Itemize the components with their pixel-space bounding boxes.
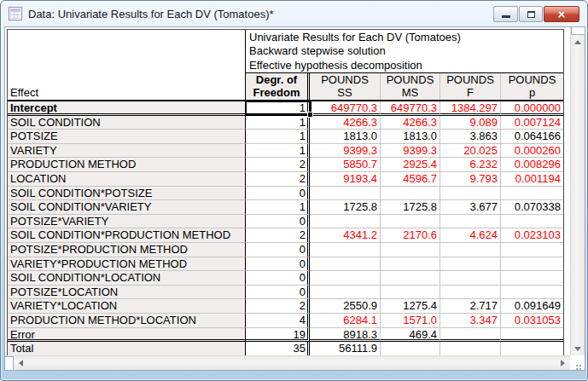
ss-cell[interactable] bbox=[310, 187, 381, 201]
effect-cell[interactable]: PRODUCTION METHOD*LOCATION bbox=[8, 314, 246, 328]
column-header-pounds-p[interactable]: POUNDS p bbox=[501, 73, 563, 100]
column-header-pounds-f[interactable]: POUNDS F bbox=[440, 73, 501, 100]
effect-cell[interactable]: POTSIZE bbox=[8, 130, 246, 144]
f-cell[interactable]: 4.624 bbox=[440, 228, 501, 243]
f-cell[interactable] bbox=[440, 271, 501, 286]
effect-cell[interactable]: POTSIZE*VARIETY bbox=[8, 215, 246, 229]
df-cell[interactable]: 1 bbox=[246, 144, 310, 159]
ms-cell[interactable]: 2170.6 bbox=[381, 228, 440, 243]
ss-cell[interactable]: 1813.0 bbox=[310, 130, 381, 144]
df-cell[interactable]: 2 bbox=[246, 172, 310, 187]
df-cell[interactable]: 19 bbox=[246, 328, 310, 343]
resize-grip[interactable] bbox=[570, 355, 584, 369]
effect-cell[interactable]: SOIL CONDITION*VARIETY bbox=[8, 200, 246, 215]
effect-cell[interactable]: SOIL CONDITION*PRODUCTION METHOD bbox=[8, 228, 246, 243]
f-cell[interactable]: 3.677 bbox=[440, 200, 501, 215]
ss-cell[interactable]: 2550.9 bbox=[310, 299, 381, 314]
ms-cell[interactable]: 1275.4 bbox=[381, 299, 440, 314]
f-cell[interactable] bbox=[440, 215, 501, 229]
f-cell[interactable]: 6.232 bbox=[440, 158, 501, 172]
restore-button[interactable] bbox=[519, 6, 543, 22]
f-cell[interactable] bbox=[440, 257, 501, 272]
f-cell[interactable] bbox=[440, 342, 501, 356]
df-cell[interactable]: 35 bbox=[246, 342, 310, 356]
ss-cell[interactable] bbox=[310, 243, 381, 257]
p-cell[interactable]: 0.031053 bbox=[501, 314, 563, 328]
p-cell[interactable]: 0.000260 bbox=[501, 144, 563, 159]
minimize-button[interactable] bbox=[493, 6, 518, 22]
f-cell[interactable]: 9.089 bbox=[440, 116, 501, 130]
df-cell[interactable]: 4 bbox=[246, 314, 310, 328]
df-cell[interactable]: 0 bbox=[246, 271, 310, 286]
column-header-degrees-of-freedom[interactable]: Degr. of Freedom bbox=[246, 73, 310, 100]
df-cell[interactable]: 1 bbox=[246, 116, 310, 130]
scroll-down-button[interactable] bbox=[571, 342, 585, 355]
effect-cell[interactable]: SOIL CONDITION*POTSIZE bbox=[8, 187, 246, 201]
ms-cell[interactable]: 4266.3 bbox=[381, 116, 440, 130]
p-cell[interactable] bbox=[501, 215, 563, 229]
f-cell[interactable] bbox=[440, 187, 501, 201]
effect-cell[interactable]: PRODUCTION METHOD bbox=[8, 158, 246, 172]
df-cell[interactable]: 2 bbox=[246, 299, 310, 314]
f-cell[interactable] bbox=[440, 328, 501, 343]
column-header-pounds-ms[interactable]: POUNDS MS bbox=[381, 73, 440, 100]
f-cell[interactable]: 20.025 bbox=[440, 144, 501, 159]
effect-cell[interactable]: POTSIZE*LOCATION bbox=[8, 286, 246, 300]
effect-cell[interactable]: VARIETY bbox=[8, 144, 246, 159]
ss-cell[interactable]: 8918.3 bbox=[310, 328, 381, 343]
f-cell[interactable]: 3.863 bbox=[440, 130, 501, 144]
ms-cell[interactable]: 9399.3 bbox=[381, 144, 440, 159]
f-cell[interactable]: 9.793 bbox=[440, 172, 501, 187]
ms-cell[interactable]: 649770.3 bbox=[381, 101, 440, 116]
ms-cell[interactable]: 1571.0 bbox=[381, 314, 440, 328]
ss-cell[interactable] bbox=[310, 286, 381, 300]
p-cell[interactable]: 0.007124 bbox=[501, 116, 563, 130]
vertical-split-box[interactable] bbox=[571, 27, 585, 35]
ms-cell[interactable]: 1813.0 bbox=[381, 130, 440, 144]
f-cell[interactable]: 1384.297 bbox=[440, 101, 501, 116]
ss-cell[interactable]: 9399.3 bbox=[310, 144, 381, 159]
p-cell[interactable]: 0.070338 bbox=[501, 200, 563, 215]
horizontal-split-box[interactable] bbox=[5, 356, 14, 371]
ss-cell[interactable]: 56111.9 bbox=[310, 342, 381, 356]
p-cell[interactable] bbox=[501, 187, 563, 201]
ss-cell[interactable]: 6284.1 bbox=[310, 314, 381, 328]
scroll-right-button[interactable] bbox=[556, 356, 570, 370]
ss-cell[interactable]: 4341.2 bbox=[310, 228, 381, 243]
effect-cell[interactable]: POTSIZE*PRODUCTION METHOD bbox=[8, 243, 246, 257]
f-cell[interactable]: 2.717 bbox=[440, 299, 501, 314]
p-cell[interactable]: 0.008296 bbox=[501, 158, 563, 172]
df-cell[interactable]: 2 bbox=[246, 158, 310, 172]
ss-cell[interactable]: 5850.7 bbox=[310, 158, 381, 172]
p-cell[interactable]: 0.001194 bbox=[501, 172, 563, 187]
df-cell[interactable]: 1 bbox=[246, 130, 310, 144]
ms-cell[interactable] bbox=[381, 286, 440, 300]
effect-cell[interactable]: VARIETY*PRODUCTION METHOD bbox=[8, 257, 246, 272]
p-cell[interactable]: 0.064166 bbox=[501, 130, 563, 144]
effect-cell[interactable]: Intercept bbox=[8, 101, 246, 116]
p-cell[interactable]: 0.000000 bbox=[501, 101, 563, 116]
df-cell[interactable]: 0 bbox=[246, 215, 310, 229]
ss-cell[interactable]: 649770.3 bbox=[310, 101, 381, 116]
ms-cell[interactable] bbox=[381, 342, 440, 356]
p-cell[interactable] bbox=[501, 243, 563, 257]
ms-cell[interactable] bbox=[381, 243, 440, 257]
p-cell[interactable] bbox=[501, 286, 563, 300]
titlebar[interactable]: Data: Univariate Results for Each DV (To… bbox=[1, 1, 587, 26]
scroll-up-button[interactable] bbox=[571, 35, 585, 49]
ms-cell[interactable] bbox=[381, 187, 440, 201]
p-cell[interactable] bbox=[501, 271, 563, 286]
p-cell[interactable]: 0.091649 bbox=[501, 299, 563, 314]
ms-cell[interactable] bbox=[381, 271, 440, 286]
effect-cell[interactable]: VARIETY*LOCATION bbox=[8, 299, 246, 314]
f-cell[interactable] bbox=[440, 286, 501, 300]
ss-cell[interactable]: 1725.8 bbox=[310, 200, 381, 215]
ms-cell[interactable] bbox=[381, 257, 440, 272]
ms-cell[interactable]: 4596.7 bbox=[381, 172, 440, 187]
df-cell[interactable]: 2 bbox=[246, 228, 310, 243]
effect-cell[interactable]: Total bbox=[8, 342, 246, 356]
f-cell[interactable] bbox=[440, 243, 501, 257]
ss-cell[interactable] bbox=[310, 215, 381, 229]
vertical-scrollbar[interactable] bbox=[570, 27, 585, 355]
f-cell[interactable]: 3.347 bbox=[440, 314, 501, 328]
